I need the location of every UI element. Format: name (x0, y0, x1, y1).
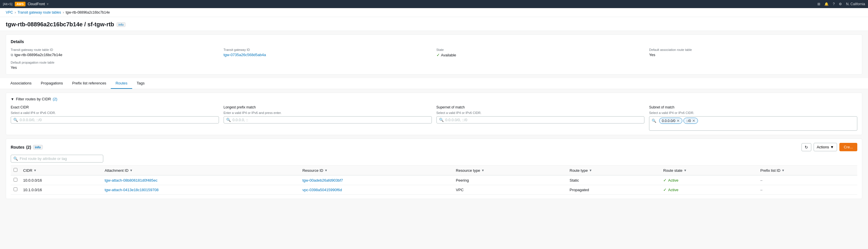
default-assoc-label: Default association route table (649, 48, 857, 52)
alt-s-shortcut: [Alt+S] (3, 2, 12, 6)
state-value: ✓ Available (436, 53, 645, 57)
row-resource-id-1: vpc-0398a50415990f6d (299, 185, 453, 195)
details-section: Details Transit gateway route table ID ⧉… (6, 34, 862, 74)
longest-prefix-label: Longest prefix match (224, 105, 432, 109)
subnet-tag-1: 0.0.0.0/0 ✕ (659, 118, 682, 124)
row-checkbox-1[interactable] (13, 187, 18, 191)
exact-cidr-input-wrap: 🔍 (11, 116, 219, 123)
row-checkbox-0[interactable] (13, 178, 18, 182)
copy-icon[interactable]: ⧉ (11, 53, 13, 57)
page-info-badge[interactable]: info (117, 22, 126, 27)
breadcrumb-tgw-route-tables[interactable]: Transit gateway route tables (18, 10, 61, 14)
subnet-search-icon: 🔍 (652, 119, 656, 123)
row-resource-type-1: VPC (453, 185, 567, 195)
subnet-tag-2: ::/0 ✕ (683, 118, 698, 124)
service-name[interactable]: CloudFront ▼ (28, 2, 49, 6)
select-all-checkbox[interactable] (13, 168, 18, 172)
resource-id-link-0[interactable]: tgw-00adeb26afd903bf7 (302, 178, 343, 183)
filter-chevron-icon: ▼ (11, 97, 14, 101)
filter-subnet: Subnet of match Select a valid IP4 or IP… (649, 105, 857, 131)
row-checkbox-cell (11, 185, 20, 195)
filter-header[interactable]: ▼ Filter routes by CIDR (2) (11, 97, 857, 101)
top-bar: [Alt+S] AWS CloudFront ▼ ⊞ 🔔 ? ⚙ N. Cali… (0, 0, 868, 8)
routes-info-badge[interactable]: info (33, 145, 43, 150)
row-cidr-1: 10.1.0.0/16 (20, 185, 102, 195)
th-resource-id[interactable]: Resource ID ▼ (299, 166, 453, 176)
actions-label: Actions (817, 145, 829, 149)
row-attachment-id-0: tgw-attach-08b806181d0f485ec (102, 175, 300, 185)
settings-icon[interactable]: ⚙ (839, 2, 842, 6)
detail-tgw-id: Transit gateway ID tgw-0735a26c568d5ab4a (224, 48, 432, 57)
details-title: Details (11, 39, 857, 44)
resource-id-link-1[interactable]: vpc-0398a50415990f6d (302, 188, 342, 192)
subnet-sublabel: Select a valid IP4 or IPv6 CIDR. (649, 111, 857, 115)
attachment-link-0[interactable]: tgw-attach-08b806181d0f485ec (105, 178, 158, 183)
supernet-input[interactable] (445, 118, 642, 122)
tab-tags[interactable]: Tags (132, 78, 149, 89)
th-route-state[interactable]: Route state ▼ (660, 166, 757, 176)
region-label: N. California (846, 2, 865, 6)
supernet-input-wrap: 🔍 (436, 116, 645, 123)
attachment-link-1[interactable]: tgw-attach-0413e18c180159708 (105, 188, 158, 192)
routes-section: Routes (2) info ↻ Actions ▼ Cre... 🔍 (6, 138, 862, 199)
th-attachment-id[interactable]: Attachment ID ▼ (102, 166, 300, 176)
exact-cidr-sublabel: Select a valid IP4 or IPv6 CIDR. (11, 111, 219, 115)
default-prop-value: Yes (11, 65, 857, 70)
tgw-id-value: tgw-0735a26c568d5ab4a (224, 53, 432, 57)
longest-prefix-input-wrap: 🔍 (224, 116, 432, 123)
breadcrumb-vpc[interactable]: VPC (6, 10, 13, 14)
subnet-label: Subnet of match (649, 105, 857, 109)
filter-count: (2) (53, 97, 57, 101)
main-content: ▼ Filter routes by CIDR (2) Exact CIDR S… (0, 89, 868, 203)
breadcrumb-sep-2: › (63, 10, 64, 14)
details-row2: Default propagation route table Yes (11, 61, 857, 70)
routes-search-input[interactable] (20, 156, 101, 161)
tab-associations[interactable]: Associations (6, 78, 36, 89)
page-header: tgw-rtb-08896a2c16bc7b14e / sf-tgw-rtb i… (0, 17, 868, 31)
subnet-input[interactable] (652, 125, 855, 129)
tab-routes[interactable]: Routes (111, 78, 132, 89)
th-route-type[interactable]: Route type ▼ (567, 166, 660, 176)
tgw-id-label: Transit gateway ID (224, 48, 432, 52)
filter-longest-prefix: Longest prefix match Enter a valid IP4 o… (224, 105, 432, 131)
detail-tgw-route-table-id: Transit gateway route table ID ⧉ tgw-rtb… (11, 48, 219, 57)
exact-cidr-input[interactable] (20, 118, 216, 122)
default-prop-label: Default propagation route table (11, 61, 857, 64)
th-prefix-list-id[interactable]: Prefix list ID ▼ (757, 166, 857, 176)
tab-prefix-list-references[interactable]: Prefix list references (68, 78, 111, 89)
filter-supernet: Supernet of match Select a valid IP4 or … (436, 105, 645, 131)
row-resource-id-0: tgw-00adeb26afd903bf7 (299, 175, 453, 185)
filter-title: Filter routes by CIDR (16, 97, 51, 101)
details-grid: Transit gateway route table ID ⧉ tgw-rtb… (11, 48, 857, 57)
route-state-sort-icon: ▼ (684, 168, 687, 172)
routes-header: Routes (2) info ↻ Actions ▼ Cre... (11, 143, 857, 151)
tgw-id-link[interactable]: tgw-0735a26c568d5ab4a (224, 53, 266, 57)
status-active-icon-0: ✓ (663, 178, 667, 183)
status-active-0: ✓ Active (663, 178, 755, 183)
routes-count: (2) (26, 145, 31, 150)
row-route-type-1: Propagated (567, 185, 660, 195)
status-active-1: ✓ Active (663, 187, 755, 192)
subnet-tag-1-remove[interactable]: ✕ (677, 119, 680, 123)
resource-type-sort-icon: ▼ (481, 168, 485, 172)
exact-cidr-label: Exact CIDR (11, 105, 219, 109)
row-route-type-0: Static (567, 175, 660, 185)
status-available-icon: ✓ (436, 53, 440, 57)
refresh-button[interactable]: ↻ (802, 143, 811, 151)
row-route-state-1: ✓ Active (660, 185, 757, 195)
th-resource-type[interactable]: Resource type ▼ (453, 166, 567, 176)
th-checkbox (11, 166, 20, 176)
help-icon[interactable]: ? (833, 2, 835, 6)
th-cidr[interactable]: CIDR ▼ (20, 166, 102, 176)
subnet-tag-2-remove[interactable]: ✕ (692, 119, 695, 123)
routes-table: CIDR ▼ Attachment ID ▼ Resource ID (11, 165, 857, 195)
grid-icon[interactable]: ⊞ (817, 2, 820, 6)
tab-propagations[interactable]: Propagations (36, 78, 68, 89)
bell-icon[interactable]: 🔔 (824, 2, 829, 6)
state-label: State (436, 48, 645, 52)
row-prefix-list-id-0: – (757, 175, 857, 185)
actions-button[interactable]: Actions ▼ (814, 143, 837, 151)
longest-prefix-input[interactable] (232, 118, 429, 122)
create-button[interactable]: Cre... (839, 143, 857, 151)
exact-cidr-search-icon: 🔍 (13, 118, 18, 122)
